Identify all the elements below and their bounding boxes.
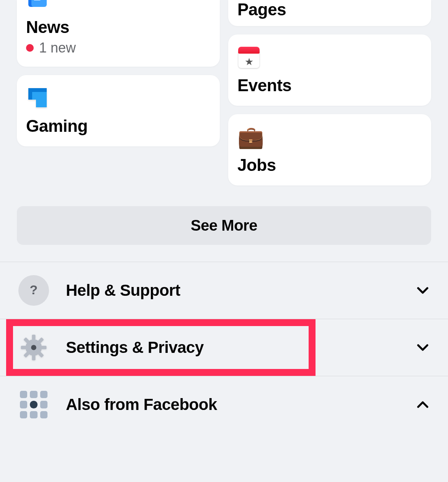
shortcut-jobs-card[interactable]: 💼 Jobs (228, 114, 431, 185)
shortcut-pages-title: Pages (237, 0, 422, 19)
svg-rect-7 (32, 335, 35, 340)
gaming-icon (26, 86, 211, 110)
menu-also-label: Also from Facebook (66, 395, 414, 414)
shortcut-gaming-card[interactable]: Gaming (17, 75, 220, 146)
menu-settings-privacy[interactable]: Settings & Privacy (0, 319, 448, 376)
news-icon (26, 0, 211, 11)
shortcut-news-badge-text: 1 new (39, 40, 76, 56)
svg-rect-10 (41, 346, 47, 349)
menu-help-support[interactable]: ? Help & Support (0, 262, 448, 319)
shortcut-news-card[interactable]: News 1 new (17, 0, 220, 67)
see-more-button[interactable]: See More (17, 206, 431, 245)
svg-rect-9 (21, 346, 26, 349)
chevron-down-icon (414, 282, 431, 299)
shortcut-events-card[interactable]: ★ Events (228, 34, 431, 106)
jobs-icon: 💼 (237, 125, 422, 149)
menu-also-from-facebook[interactable]: Also from Facebook (0, 376, 448, 433)
shortcut-news-title: News (26, 18, 211, 37)
svg-rect-8 (32, 355, 35, 361)
svg-point-15 (31, 345, 36, 350)
badge-dot-icon (26, 44, 34, 52)
events-icon: ★ (237, 45, 422, 70)
apps-grid-icon (18, 389, 49, 420)
svg-rect-4 (34, 0, 41, 0)
chevron-up-icon (414, 396, 431, 413)
help-icon: ? (18, 275, 49, 306)
shortcut-jobs-title: Jobs (237, 156, 422, 175)
svg-text:?: ? (30, 282, 38, 297)
svg-rect-1 (31, 0, 47, 7)
shortcut-gaming-title: Gaming (26, 116, 211, 136)
gear-icon (18, 332, 49, 363)
shortcut-events-title: Events (237, 76, 422, 95)
chevron-down-icon (414, 339, 431, 356)
shortcut-pages-card[interactable]: Pages (228, 0, 431, 26)
menu-settings-label: Settings & Privacy (66, 338, 414, 357)
shortcut-news-badge: 1 new (26, 40, 211, 56)
menu-help-label: Help & Support (66, 281, 414, 300)
